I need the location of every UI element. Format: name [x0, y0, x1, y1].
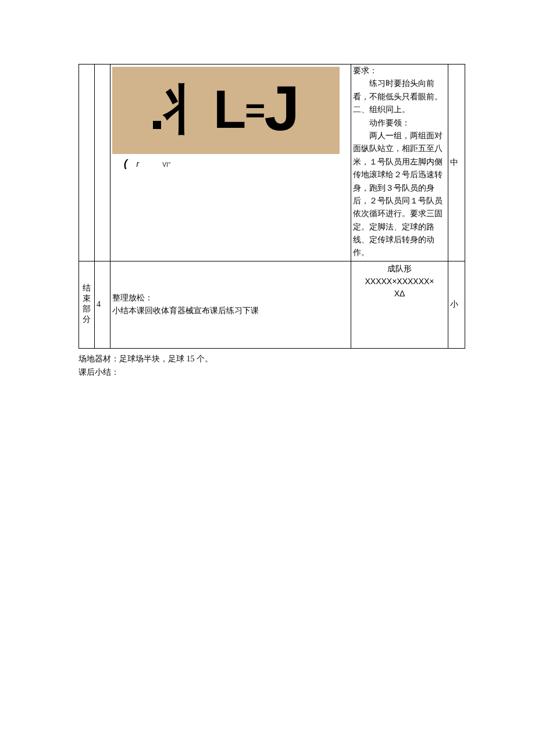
- num-value: 4: [97, 300, 101, 309]
- below-image-caption: ( r VI": [124, 155, 349, 172]
- table-row: 结束部分 4 整理放松： 小结本课回收体育器械宣布课后练习下课 成队形 XXXX…: [79, 261, 465, 348]
- content-line2: 小结本课回收体育器械宣布课后练习下课: [112, 304, 349, 317]
- glyph-eq: =: [245, 91, 263, 130]
- requirement-label: 要求：: [353, 65, 446, 77]
- essentials-body: 两人一组，两组面对面纵队站立，相距五至八米，１号队员用左脚内侧传地滚球给２号后迅…: [353, 130, 446, 260]
- document-page: 丬L=J ( r VI" 要求： 练习时要抬头向前看，不能低头只看眼前。 二、组…: [0, 0, 535, 379]
- content-line1: 整理放松：: [112, 292, 349, 304]
- equipment-value: 足球场半块，足球 15 个。: [119, 354, 213, 363]
- diagram-glyphs: 丬L=J: [153, 74, 297, 138]
- equipment-line: 场地器材：足球场半块，足球 15 个。: [79, 352, 465, 366]
- caption-paren: (: [124, 157, 127, 169]
- caption-r: r: [137, 159, 140, 169]
- after-table-notes: 场地器材：足球场半块，足球 15 个。 课后小结：: [79, 352, 465, 380]
- summary-label: 课后小结：: [79, 368, 119, 377]
- table-row: 丬L=J ( r VI" 要求： 练习时要抬头向前看，不能低头只看眼前。 二、组…: [79, 65, 465, 261]
- content-cell: 丬L=J ( r VI": [110, 65, 351, 261]
- glyph-y: 丬: [162, 80, 213, 139]
- diagram-image: 丬L=J: [112, 67, 340, 154]
- organization-cell: 成队形 XXXXX×XXXXXX× XΔ: [351, 261, 448, 348]
- lesson-plan-table: 丬L=J ( r VI" 要求： 练习时要抬头向前看，不能低头只看眼前。 二、组…: [79, 64, 465, 349]
- equipment-label: 场地器材：: [79, 354, 119, 363]
- num-cell: [95, 65, 110, 261]
- section-cell: [79, 65, 95, 261]
- caption-vi: VI": [162, 160, 171, 170]
- summary-line: 课后小结：: [79, 366, 465, 379]
- glyph-j: J: [264, 76, 297, 140]
- formation-heading: 成队形: [353, 263, 446, 275]
- organization-cell: 要求： 练习时要抬头向前看，不能低头只看眼前。 二、组织同上。 动作要领： 两人…: [351, 65, 448, 261]
- level-cell: 小: [448, 261, 465, 348]
- section-label: 结束部分: [83, 283, 91, 325]
- requirement-text: 练习时要抬头向前看，不能低头只看眼前。: [353, 77, 446, 103]
- level-value: 中: [450, 158, 458, 167]
- num-cell: 4: [95, 261, 110, 348]
- formation-line1: XXXXX×XXXXXX×: [353, 275, 446, 288]
- level-cell: 中: [448, 65, 465, 261]
- formation-line2: XΔ: [353, 288, 446, 300]
- essentials-label: 动作要领：: [353, 117, 446, 130]
- glyph-l: L: [213, 80, 244, 139]
- section-cell: 结束部分: [79, 261, 95, 348]
- level-value: 小: [450, 300, 458, 309]
- content-cell: 整理放松： 小结本课回收体育器械宣布课后练习下课: [110, 261, 351, 348]
- section2-label: 二、组织同上。: [353, 103, 446, 116]
